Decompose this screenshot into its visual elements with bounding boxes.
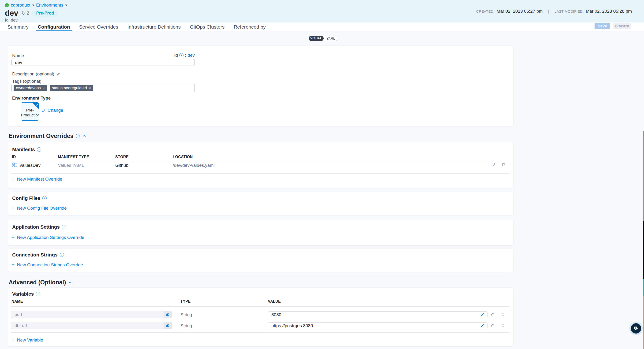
screen-edge-artifact	[643, 296, 644, 349]
column-header-store: STORE	[115, 155, 129, 159]
change-env-type-link[interactable]: Change	[42, 108, 63, 113]
remove-tag-icon[interactable]: ×	[89, 86, 91, 90]
environment-type-card-preproduction[interactable]: Pre-Production	[20, 102, 39, 121]
description-label-row: Description (optional)	[12, 71, 60, 77]
remove-tag-icon[interactable]: ×	[43, 86, 45, 90]
manifest-store: Github	[115, 163, 128, 168]
plus-icon: +	[12, 337, 14, 343]
collapse-chevron-icon[interactable]	[82, 134, 86, 138]
tab-summary[interactable]: Summary	[8, 22, 28, 31]
save-button[interactable]: Save	[594, 23, 610, 29]
entity-id: Id: dev	[5, 18, 18, 23]
application-settings-title: Application Settings	[12, 224, 60, 230]
edit-description-icon[interactable]	[57, 72, 60, 76]
connection-strings-info-icon[interactable]: i	[60, 253, 64, 257]
tab-infrastructure-definitions[interactable]: Infrastructure Definitions	[127, 22, 181, 31]
new-variable-button[interactable]: + New Variable	[12, 338, 43, 343]
tag-pill: owner:devops ×	[14, 85, 47, 91]
copy-expression-button[interactable]	[164, 311, 172, 318]
copy-icon	[166, 313, 170, 317]
name-input[interactable]	[12, 59, 195, 66]
breadcrumb-separator: >	[30, 3, 36, 8]
toggle-visual[interactable]: VISUAL	[309, 36, 324, 41]
environment-configuration-page: ∞ cdproduct > Environments > dev 2 Pre-P…	[0, 0, 644, 349]
edit-variable-icon[interactable]	[490, 323, 494, 328]
discard-button[interactable]: Discard	[613, 23, 631, 29]
manifest-location: /dev/dev-values.yaml	[173, 163, 214, 168]
delete-variable-icon[interactable]	[501, 323, 505, 328]
plus-icon: +	[12, 235, 14, 240]
name-label: Name	[12, 53, 24, 58]
variables-info-icon[interactable]: i	[36, 292, 40, 296]
new-application-settings-override-button[interactable]: + New Application Settings Override	[12, 235, 84, 240]
delete-variable-icon[interactable]	[501, 312, 505, 317]
collapse-chevron-icon[interactable]	[68, 281, 72, 284]
config-files-title: Config Files	[12, 195, 40, 201]
variable-name-input[interactable]: db_url	[11, 322, 172, 329]
environment-form-card: Name Id i : dev Description (optional) T…	[8, 46, 513, 126]
variable-name-input[interactable]: port	[11, 311, 172, 318]
tab-gitops-clusters[interactable]: GitOps Clusters	[190, 22, 224, 31]
breadcrumb-environments[interactable]: Environments	[36, 2, 63, 8]
manifests-info-icon[interactable]: i	[37, 147, 41, 152]
new-connection-strings-override-button[interactable]: + New Connection Strings Override	[12, 262, 83, 268]
chat-help-icon: ?	[633, 326, 639, 331]
variable-value-input[interactable]	[268, 312, 488, 318]
breadcrumb-project[interactable]: cdproduct	[11, 2, 30, 8]
application-settings-card: Application Settings i + New Application…	[8, 220, 513, 245]
new-connection-strings-override-label: New Connection Strings Override	[17, 262, 83, 268]
new-manifest-override-label: New Manifest Override	[17, 177, 62, 182]
column-header-name: NAME	[12, 299, 23, 304]
plus-icon: +	[12, 262, 14, 268]
created-label: CREATED:	[476, 9, 494, 13]
environment-overrides-info-icon[interactable]: i	[76, 134, 80, 138]
column-header-id: ID	[12, 155, 16, 159]
copy-icon	[166, 324, 170, 328]
id-colon: :	[185, 53, 186, 58]
page-title: dev	[5, 9, 18, 17]
tags-label: Tags (optional)	[12, 79, 42, 84]
divider	[11, 306, 510, 307]
variable-name-text: db_url	[14, 323, 27, 328]
delete-manifest-icon[interactable]	[501, 162, 506, 167]
copy-expression-button[interactable]	[164, 322, 172, 329]
meta-divider: |	[545, 9, 552, 14]
svg-text:?: ?	[635, 327, 636, 329]
pencil-icon	[42, 108, 46, 112]
config-files-title-row: Config Files i	[12, 195, 47, 201]
visual-yaml-toggle: VISUAL YAML	[309, 36, 338, 41]
advanced-heading: Advanced (Optional)	[9, 279, 72, 286]
tab-configuration[interactable]: Configuration	[38, 22, 70, 31]
environment-type-label: Environment Type	[12, 96, 50, 101]
manifests-title: Manifests	[12, 147, 35, 152]
id-label: Id	[174, 53, 178, 58]
help-chat-button[interactable]: ?	[631, 323, 641, 334]
tab-service-overrides[interactable]: Service Overrides	[79, 22, 118, 31]
edit-manifest-icon[interactable]	[492, 163, 496, 167]
variables-title: Variables	[12, 291, 34, 297]
pin-input-type-icon[interactable]	[481, 313, 485, 317]
modified-label: LAST MODIFIED:	[554, 9, 584, 13]
tag-pill: status:nonregulated ×	[50, 85, 93, 91]
toggle-yaml[interactable]: YAML	[324, 36, 338, 41]
tab-referenced-by[interactable]: Referenced by	[234, 22, 266, 31]
change-label: Change	[48, 108, 63, 113]
pin-input-type-icon[interactable]	[481, 324, 485, 328]
manifests-title-row: Manifests i	[12, 147, 41, 152]
variable-value-input[interactable]	[268, 323, 488, 329]
tags-input[interactable]: owner:devops × status:nonregulated ×	[12, 84, 195, 92]
tag-icon	[21, 11, 26, 15]
id-info-icon[interactable]: i	[179, 53, 184, 57]
variables-card: Variables i NAME TYPE VALUE port String …	[8, 288, 513, 346]
cd-module-icon: ∞	[5, 3, 9, 7]
new-config-file-override-button[interactable]: + New Config File Override	[12, 206, 67, 211]
screen-edge-artifact	[643, 221, 644, 279]
variable-type: String	[180, 312, 192, 317]
edit-variable-icon[interactable]	[490, 312, 494, 317]
application-settings-info-icon[interactable]: i	[62, 225, 66, 229]
variables-title-row: Variables i	[12, 291, 40, 297]
id-value-link[interactable]: dev	[188, 53, 195, 58]
check-icon	[36, 103, 38, 106]
new-manifest-override-button[interactable]: + New Manifest Override	[12, 177, 62, 182]
config-files-info-icon[interactable]: i	[42, 196, 47, 200]
